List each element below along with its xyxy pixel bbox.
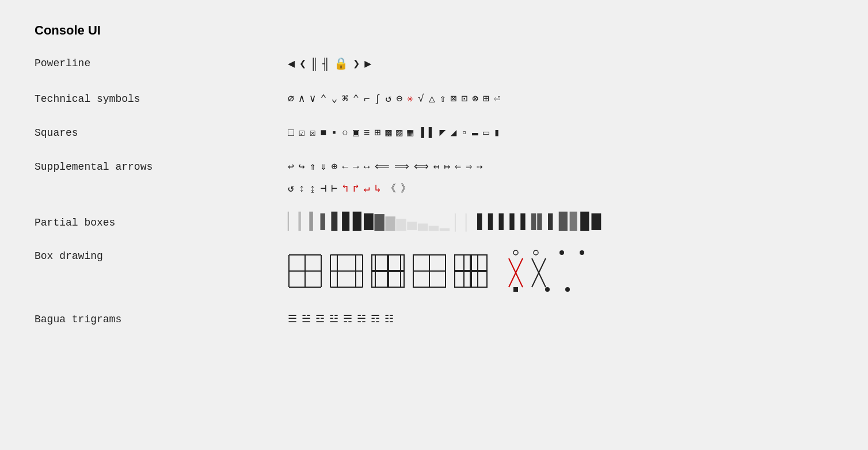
sym: ▍ <box>310 215 319 231</box>
sym: ☴ <box>343 311 352 328</box>
bagua-label: Bagua trigrams <box>35 311 288 325</box>
powerline-symbols: ◀ ❮ ║ ╢ 🔒 ❯ ▶ <box>288 55 371 74</box>
sym: ▌ <box>548 215 558 231</box>
box-drawing-label: Box drawing <box>35 248 288 262</box>
sym: ◀ <box>288 55 295 74</box>
sym: ☑ <box>299 125 305 142</box>
arrows-row: Supplemental arrows ↩ ↪ ⇑ ⇓ ⊕ ← → ↔ ⟸ ⟹ … <box>35 159 833 198</box>
sym: ≡ <box>364 125 370 142</box>
sym: ↳ <box>375 181 381 197</box>
sym: ↪ <box>299 159 305 176</box>
sym: 》 <box>401 181 411 197</box>
squares-label: Squares <box>35 125 288 139</box>
svg-point-28 <box>580 250 584 255</box>
box-sym-4 <box>412 254 447 288</box>
sym: ⊗ <box>472 91 478 108</box>
sym: ▊ <box>570 215 580 231</box>
sym: ☷ <box>384 311 394 328</box>
box-sym-2 <box>329 254 364 288</box>
sym: ▊ <box>342 215 352 231</box>
sym: ↵ <box>364 181 370 197</box>
sym: ☒ <box>310 125 316 142</box>
sym: ⊢ <box>331 181 337 197</box>
sym: ▭ <box>483 125 489 142</box>
box-sym-3 <box>371 254 405 288</box>
sym: ↱ <box>353 181 359 197</box>
sym: ▐ <box>472 215 482 231</box>
sym: ↩ <box>288 159 294 176</box>
sym: ▶ <box>364 55 371 74</box>
sym: ⌀ <box>288 91 294 108</box>
sym: ▐ <box>516 215 526 231</box>
sym: ☲ <box>315 311 325 328</box>
squares-row: Squares □ ☑ ☒ ■ ▪ ○ ▣ ≡ ⊞ ▩ ▨ ▦ ▐ ▌ ◤ ◢ … <box>35 125 833 142</box>
sym: □ <box>288 125 294 142</box>
sym: ▉ <box>353 215 363 231</box>
sym: ▣ <box>353 125 359 142</box>
sym: ▐ <box>483 215 493 231</box>
sym: ▁ <box>440 215 450 231</box>
svg-rect-33 <box>513 287 518 292</box>
svg-point-34 <box>545 287 550 292</box>
sym: ○ <box>342 125 348 142</box>
sym: ■ <box>321 125 327 142</box>
sym: ⌃ <box>353 91 359 108</box>
sym: ⊡ <box>461 91 467 108</box>
box-sym-1 <box>288 254 322 288</box>
sym: ☱ <box>302 311 311 328</box>
svg-point-25 <box>513 250 518 255</box>
svg-point-27 <box>559 250 564 255</box>
sym: ║ <box>311 55 318 74</box>
sym: ⇐ <box>455 159 461 176</box>
sym: ▇ <box>375 215 384 231</box>
sym: ▉ <box>581 215 591 231</box>
sym: √ <box>418 91 424 108</box>
technical-label: Technical symbols <box>35 91 288 105</box>
sym: ▆ <box>386 215 395 231</box>
technical-symbols: ⌀ ∧ ∨ ⌃ ⌄ ⌘ ⌃ ⌐ ∫ ↺ ⊖ ✳ √ △ ⇧ ⊠ ⊡ ⊗ ⊞ ⏎ <box>288 91 500 108</box>
sym: ← <box>342 159 348 176</box>
sym: ↕ <box>299 181 305 197</box>
sym: ▄ <box>407 215 417 231</box>
partial-boxes-symbols: ▏ ▎ ▍ ▌ ▋ ▊ ▉ █ ▇ ▆ ▅ ▄ ▃ ▂ ▁ │ │ ▐ ▐ ▐ … <box>288 215 601 231</box>
sym: ↔ <box>364 159 370 176</box>
sym: ⊣ <box>320 181 326 197</box>
sym: ↨ <box>310 181 316 197</box>
sym: ◤ <box>440 125 446 142</box>
sym: ⟺ <box>414 159 429 176</box>
sym: 《 <box>386 181 396 197</box>
sym: ⊞ <box>375 125 381 142</box>
sym: ∨ <box>310 91 316 108</box>
sym: ▦ <box>407 125 413 142</box>
sym: ❯ <box>353 55 360 74</box>
sym: ▎ <box>299 215 309 231</box>
partial-boxes-row: Partial boxes ▏ ▎ ▍ ▌ ▋ ▊ ▉ █ ▇ ▆ ▅ ▄ ▃ … <box>35 215 833 231</box>
sym: ▌ <box>537 215 547 231</box>
svg-point-35 <box>565 287 570 292</box>
sym: ☰ <box>288 311 297 328</box>
powerline-label: Powerline <box>35 55 288 69</box>
sym: ⊕ <box>331 159 337 176</box>
sym: ▏ <box>288 215 298 231</box>
arrows-label: Supplemental arrows <box>35 159 288 173</box>
sym: ⇑ <box>310 159 316 176</box>
sym: ↺ <box>386 91 392 108</box>
sym: ⌄ <box>331 91 337 108</box>
sym: ▌ <box>429 125 435 142</box>
sym: ↦ <box>444 159 451 176</box>
sym: ▐ <box>494 215 504 231</box>
sym: ∧ <box>299 91 305 108</box>
sym: █ <box>591 215 601 231</box>
sym: ✳ <box>407 91 413 108</box>
sym: ⌃ <box>321 91 327 108</box>
bagua-row: Bagua trigrams ☰ ☱ ☲ ☳ ☴ ☵ ☶ ☷ <box>35 311 833 328</box>
box-drawing-symbols <box>288 248 602 294</box>
sym: ▐ <box>505 215 515 231</box>
sym: ☳ <box>329 311 338 328</box>
bagua-symbols: ☰ ☱ ☲ ☳ ☴ ☵ ☶ ☷ <box>288 311 394 328</box>
squares-symbols: □ ☑ ☒ ■ ▪ ○ ▣ ≡ ⊞ ▩ ▨ ▦ ▐ ▌ ◤ ◢ ▫ ▬ ▭ ▮ <box>288 125 500 142</box>
arrows-row2: ↺ ↕ ↨ ⊣ ⊢ ↰ ↱ ↵ ↳ 《 》 <box>288 181 483 197</box>
partial-boxes-label: Partial boxes <box>35 215 288 228</box>
sym: ↺ <box>288 181 294 197</box>
sym: ╢ <box>322 55 329 74</box>
